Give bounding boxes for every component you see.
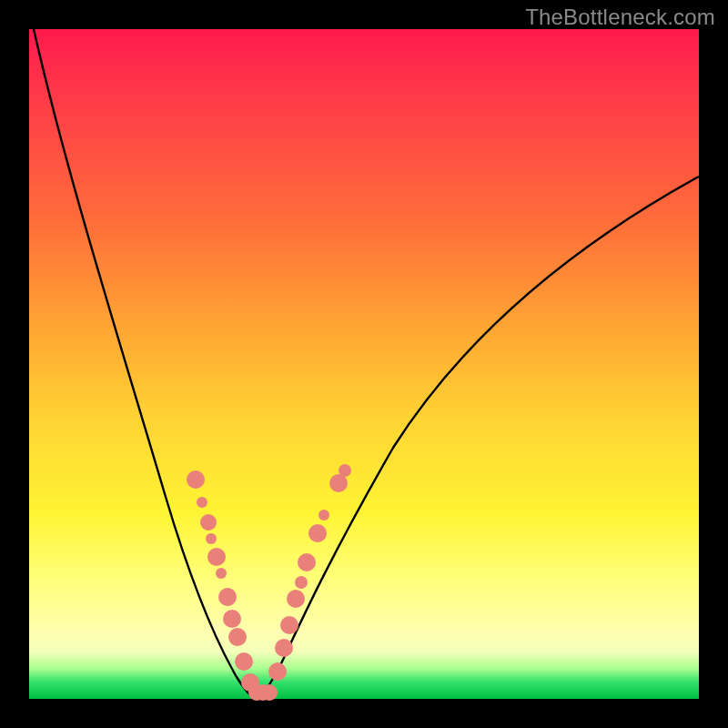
- marker-dot: [298, 553, 316, 571]
- marker-dot: [200, 514, 217, 531]
- marker-dot: [295, 576, 308, 589]
- marker-dot: [187, 470, 205, 489]
- marker-dot: [206, 533, 217, 544]
- marker-dot: [235, 652, 253, 671]
- data-markers: [187, 464, 351, 701]
- chart-svg: [29, 29, 699, 699]
- marker-dot: [268, 662, 287, 681]
- marker-dot: [280, 616, 298, 634]
- marker-dot: [275, 639, 293, 657]
- marker-dot: [261, 684, 278, 701]
- marker-dot: [218, 588, 237, 606]
- curve-right: [257, 177, 699, 699]
- marker-dot: [216, 568, 227, 579]
- marker-dot: [207, 548, 226, 566]
- marker-dot: [339, 464, 351, 477]
- chart-frame: TheBottleneck.com: [0, 0, 728, 728]
- marker-dot: [197, 497, 207, 508]
- marker-dot: [318, 510, 329, 521]
- curve-right-path: [257, 177, 699, 699]
- marker-dot: [223, 610, 241, 628]
- marker-dot: [228, 628, 247, 646]
- marker-dot: [287, 590, 305, 608]
- watermark-text: TheBottleneck.com: [525, 5, 715, 30]
- marker-dot: [308, 524, 327, 542]
